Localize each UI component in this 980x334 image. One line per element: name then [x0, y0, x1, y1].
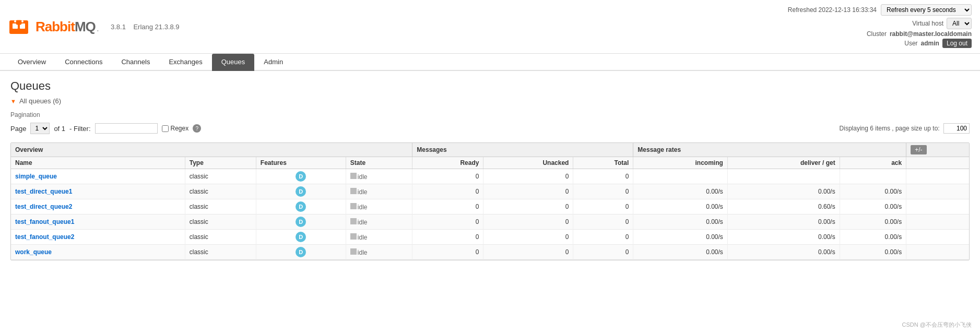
pagination-label: Pagination	[10, 111, 970, 118]
queue-name-link[interactable]: simple_queue	[15, 173, 57, 180]
queue-name-link[interactable]: test_direct_queue2	[15, 203, 72, 210]
queue-features-cell: D	[256, 199, 346, 214]
queue-state-cell: idle	[346, 184, 412, 199]
queue-type-cell: classic	[185, 214, 256, 230]
queue-ack-cell	[840, 169, 906, 184]
svg-rect-3	[16, 20, 21, 25]
state-square-icon	[350, 233, 357, 240]
svg-point-4	[14, 20, 16, 22]
queue-name-link[interactable]: test_fanout_queue1	[15, 218, 74, 225]
nav-exchanges[interactable]: Exchanges	[159, 54, 211, 71]
refresh-select[interactable]: Refresh every 5 secondsRefresh every 10 …	[881, 4, 972, 16]
queue-ready-cell: 0	[412, 169, 483, 184]
section-title: All queues (6)	[19, 97, 61, 105]
col-incoming: incoming	[633, 157, 728, 169]
queue-ready-cell: 0	[412, 230, 483, 245]
queue-name-cell: test_direct_queue1	[11, 184, 185, 199]
regex-help-icon[interactable]: ?	[193, 124, 201, 133]
user-value: admin	[921, 40, 939, 47]
queue-extra-cell	[906, 184, 969, 199]
nav-admin[interactable]: Admin	[254, 54, 292, 71]
queue-ack-cell: 0.00/s	[840, 199, 906, 214]
queue-unacked-cell: 0	[483, 169, 573, 184]
queue-deliver_get-cell: 0.00/s	[727, 230, 840, 245]
top-right-info: Refreshed 2022-12-13 16:33:34 Refresh ev…	[788, 4, 972, 49]
queue-name-link[interactable]: test_fanout_queue2	[15, 233, 74, 241]
rabbitmq-logo-icon	[8, 16, 29, 37]
queue-name-cell: simple_queue	[11, 169, 185, 184]
queue-state-cell: idle	[346, 199, 412, 214]
durable-badge: D	[296, 217, 306, 227]
queue-deliver_get-cell: 0.00/s	[727, 184, 840, 199]
queue-features-cell: D	[256, 214, 346, 230]
state-text: idle	[358, 204, 368, 211]
col-ack: ack	[840, 157, 906, 169]
queue-name-link[interactable]: work_queue	[15, 248, 52, 256]
queue-incoming-cell: 0.00/s	[633, 199, 728, 214]
displaying-info: Displaying 6 items , page size up to:	[840, 123, 970, 134]
queue-type-cell: classic	[185, 199, 256, 214]
of-label: of 1	[54, 125, 65, 133]
queue-features-cell: D	[256, 245, 346, 260]
page-title: Queues	[10, 79, 970, 93]
table-row: test_fanout_queue1classicDidle0000.00/s0…	[11, 214, 969, 230]
table-row: work_queueclassicDidle0000.00/s0.00/s0.0…	[11, 245, 969, 260]
plus-minus-cell: +/-	[906, 143, 969, 157]
table-row: test_fanout_queue2classicDidle0000.00/s0…	[11, 230, 969, 245]
queue-features-cell: D	[256, 169, 346, 184]
col-total: Total	[573, 157, 633, 169]
state-text: idle	[358, 188, 368, 196]
cluster-value: rabbit@master.localdomain	[890, 30, 972, 38]
nav-queues[interactable]: Queues	[212, 54, 255, 71]
queue-total-cell: 0	[573, 245, 633, 260]
durable-badge: D	[296, 186, 306, 197]
regex-label[interactable]: Regex	[162, 125, 189, 132]
vhost-select[interactable]: All /	[947, 18, 972, 29]
col-empty	[906, 157, 969, 169]
queue-state-cell: idle	[346, 169, 412, 184]
queue-state-cell: idle	[346, 245, 412, 260]
queue-ready-cell: 0	[412, 245, 483, 260]
svg-point-5	[21, 20, 23, 22]
queue-incoming-cell: 0.00/s	[633, 230, 728, 245]
regex-checkbox[interactable]	[162, 125, 169, 132]
plus-minus-button[interactable]: +/-	[911, 145, 926, 154]
user-label: User	[904, 40, 917, 47]
queue-state-cell: idle	[346, 230, 412, 245]
page-select[interactable]: 1	[30, 123, 50, 134]
filter-label: - Filter:	[69, 125, 90, 133]
col-name: Name	[11, 157, 185, 169]
queue-total-cell: 0	[573, 184, 633, 199]
cluster-label: Cluster	[867, 30, 887, 38]
queue-extra-cell	[906, 169, 969, 184]
nav-connections[interactable]: Connections	[55, 54, 112, 71]
queue-unacked-cell: 0	[483, 230, 573, 245]
logout-button[interactable]: Log out	[942, 39, 972, 48]
queue-unacked-cell: 0	[483, 199, 573, 214]
queue-name-cell: test_fanout_queue1	[11, 214, 185, 230]
queue-deliver_get-cell	[727, 169, 840, 184]
logo-area: RabbitMQ . 3.8.1 Erlang 21.3.8.9	[8, 16, 180, 37]
queue-unacked-cell: 0	[483, 245, 573, 260]
queue-ack-cell: 0.00/s	[840, 214, 906, 230]
col-ready: Ready	[412, 157, 483, 169]
nav-channels[interactable]: Channels	[112, 54, 159, 71]
nav-overview[interactable]: Overview	[8, 54, 55, 71]
page-label: Page	[10, 125, 26, 133]
state-text: idle	[358, 234, 368, 241]
page-size-input[interactable]	[943, 123, 970, 134]
durable-badge: D	[296, 201, 306, 212]
version-number: 3.8.1	[111, 23, 126, 31]
section-arrow-icon: ▼	[10, 98, 16, 104]
messages-section-header: Messages	[412, 143, 633, 157]
state-square-icon	[350, 218, 357, 224]
queue-ack-cell: 0.00/s	[840, 245, 906, 260]
queue-name-link[interactable]: test_direct_queue1	[15, 188, 72, 195]
section-header[interactable]: ▼ All queues (6)	[10, 97, 970, 105]
col-features: Features	[256, 157, 346, 169]
queue-extra-cell	[906, 230, 969, 245]
filter-input[interactable]	[95, 123, 158, 134]
queue-type-cell: classic	[185, 184, 256, 199]
queue-extra-cell	[906, 199, 969, 214]
state-square-icon	[350, 248, 357, 255]
